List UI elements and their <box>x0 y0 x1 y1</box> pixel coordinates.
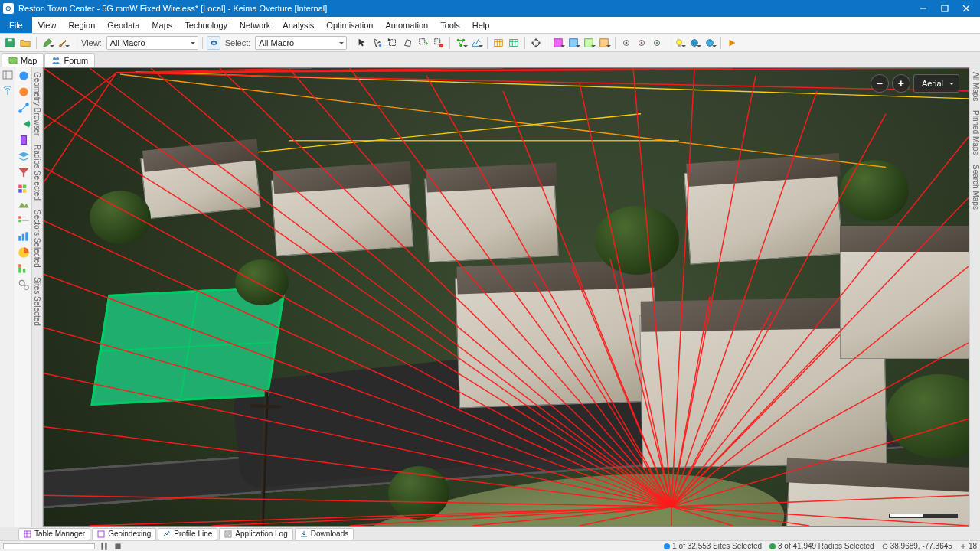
lt-sector-icon[interactable] <box>17 117 31 131</box>
lt-pie-icon[interactable] <box>17 246 31 259</box>
profile-graph-icon[interactable] <box>469 36 483 50</box>
network-nodes-icon[interactable] <box>454 36 468 50</box>
menu-analysis[interactable]: Analysis <box>276 17 320 33</box>
menu-optimisation[interactable]: Optimisation <box>320 17 379 33</box>
globe-b-icon[interactable] <box>703 36 717 50</box>
document-tabs: Map Forum <box>0 52 980 67</box>
lt-link-icon[interactable] <box>17 101 31 115</box>
svg-point-3 <box>379 44 382 47</box>
svg-point-31 <box>19 71 28 80</box>
rail-collapse-icon[interactable] <box>2 69 14 81</box>
menu-region[interactable]: Region <box>62 17 101 33</box>
right-panel-tabs: All Maps Pinned Maps Search Maps <box>969 67 980 527</box>
menu-tools[interactable]: Tools <box>434 17 466 33</box>
lt-chart-icon[interactable] <box>17 230 31 243</box>
zoom-out-button[interactable]: − <box>871 74 889 93</box>
rail-antenna-icon[interactable] <box>2 84 14 96</box>
gear-c-icon[interactable] <box>650 36 664 50</box>
svg-rect-43 <box>21 234 24 241</box>
play-run-icon[interactable] <box>725 36 739 50</box>
tab-map[interactable]: Map <box>2 53 44 67</box>
panel-sectors-selected[interactable]: Sectors Selected <box>33 205 41 272</box>
menu-maps[interactable]: Maps <box>145 17 178 33</box>
app-icon: ⊙ <box>3 3 14 14</box>
lt-palette-icon[interactable] <box>17 181 31 195</box>
bulb-icon[interactable] <box>672 36 686 50</box>
map-viewport[interactable]: − + Aerial <box>43 67 969 527</box>
lt-gears-icon[interactable] <box>17 278 31 292</box>
btab-application-log[interactable]: Application Log <box>219 528 292 540</box>
panel-geometry-browser[interactable]: Geometry Browser <box>33 67 41 140</box>
grid-b-icon[interactable] <box>567 36 580 50</box>
lt-terrain-icon[interactable] <box>17 197 31 211</box>
view-filter-dropdown[interactable]: All Macro <box>106 36 198 50</box>
svg-rect-6 <box>435 38 440 44</box>
edit-pencil-icon[interactable] <box>41 36 54 50</box>
grid-c-icon[interactable] <box>582 36 596 50</box>
maximize-button[interactable] <box>934 0 956 17</box>
basemap-dropdown[interactable]: Aerial <box>913 74 959 93</box>
svg-rect-40 <box>18 216 21 218</box>
select-filter-dropdown[interactable]: All Macro <box>255 36 347 50</box>
lt-filter-icon[interactable] <box>17 165 31 179</box>
select-add-icon[interactable] <box>416 36 430 50</box>
menu-geodata[interactable]: Geodata <box>101 17 145 33</box>
lt-site-orange-icon[interactable] <box>17 85 31 99</box>
window-title: Reston Town Center - 5G mmW Fixed Wirele… <box>18 4 913 13</box>
svg-rect-44 <box>25 232 28 240</box>
select-rect-icon[interactable] <box>386 36 400 50</box>
svg-rect-109 <box>105 543 106 550</box>
tab-forum[interactable]: Forum <box>44 53 95 67</box>
menu-automation[interactable]: Automation <box>379 17 434 33</box>
panel-pinned-maps[interactable]: Pinned Maps <box>970 106 980 159</box>
link-icon[interactable] <box>207 36 220 50</box>
grid-d-icon[interactable] <box>597 36 611 50</box>
lt-legend-icon[interactable] <box>17 214 31 227</box>
brush-icon[interactable] <box>56 36 70 50</box>
pointer-icon[interactable] <box>355 36 369 50</box>
btab-table-manager[interactable]: Table Manager <box>18 528 90 540</box>
svg-point-32 <box>19 87 28 96</box>
open-folder-icon[interactable] <box>18 36 32 50</box>
select-point-icon[interactable] <box>371 36 384 50</box>
menu-bar: File View Region Geodata Maps Technology… <box>0 17 980 34</box>
panel-sites-selected[interactable]: Sites Selected <box>33 272 41 331</box>
lt-layer-a-icon[interactable] <box>17 149 31 163</box>
menu-network[interactable]: Network <box>234 17 276 33</box>
lt-radio-icon[interactable] <box>17 133 31 147</box>
save-icon[interactable] <box>3 36 17 50</box>
gear-a-icon[interactable] <box>619 36 633 50</box>
select-remove-icon[interactable] <box>432 36 446 50</box>
panel-radios-selected[interactable]: Radios Selected <box>33 140 41 205</box>
btab-profile-line[interactable]: Profile Line <box>158 528 217 540</box>
pause-button[interactable] <box>100 543 109 550</box>
menu-help[interactable]: Help <box>466 17 496 33</box>
globe-a-icon[interactable] <box>688 36 701 50</box>
svg-rect-2 <box>8 38 11 41</box>
menu-view[interactable]: View <box>32 17 63 33</box>
lt-site-blue-icon[interactable] <box>17 69 31 83</box>
btab-geoindexing[interactable]: Geoindexing <box>92 528 156 540</box>
grid-a-icon[interactable] <box>551 36 565 50</box>
toolbar: View: All Macro Select: All Macro <box>0 34 980 52</box>
svg-rect-36 <box>18 185 22 189</box>
lt-barstacked-icon[interactable] <box>17 262 31 276</box>
svg-rect-25 <box>678 44 681 47</box>
select-poly-icon[interactable] <box>401 36 415 50</box>
btab-downloads[interactable]: Downloads <box>295 528 354 540</box>
svg-rect-105 <box>24 531 31 537</box>
panel-all-maps[interactable]: All Maps <box>970 67 980 106</box>
target-icon[interactable] <box>529 36 543 50</box>
select-label: Select: <box>225 38 251 47</box>
map-icon <box>8 56 18 65</box>
stop-button[interactable] <box>113 543 122 550</box>
gear-b-icon[interactable] <box>635 36 648 50</box>
table-green-icon[interactable] <box>507 36 521 50</box>
close-button[interactable] <box>956 0 977 17</box>
menu-file[interactable]: File <box>0 17 32 33</box>
minimize-button[interactable] <box>913 0 934 17</box>
zoom-in-button[interactable]: + <box>892 74 910 93</box>
panel-search-maps[interactable]: Search Maps <box>970 160 980 214</box>
table-orange-icon[interactable] <box>492 36 505 50</box>
menu-technology[interactable]: Technology <box>178 17 234 33</box>
